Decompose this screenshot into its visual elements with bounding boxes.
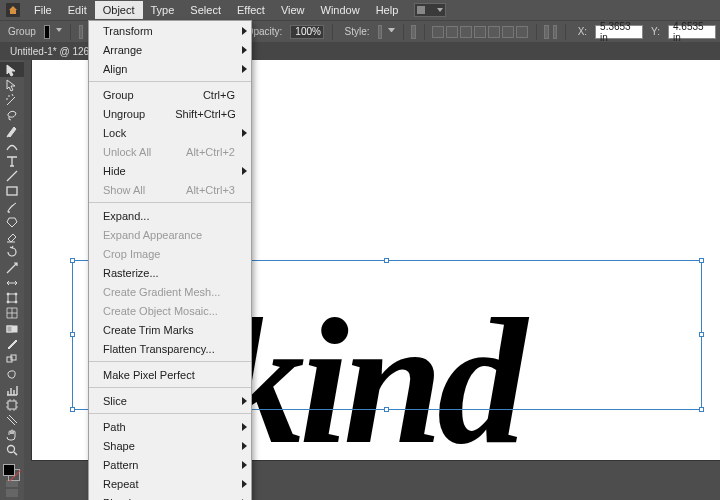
menu-item-ungroup[interactable]: UngroupShift+Ctrl+G	[89, 104, 251, 123]
menu-item-unlock-all: Unlock AllAlt+Ctrl+2	[89, 142, 251, 161]
menu-item-transform[interactable]: Transform	[89, 21, 251, 40]
submenu-arrow-icon	[242, 480, 247, 488]
opacity-field[interactable]: 100%	[290, 25, 324, 39]
align-bottom-icon[interactable]	[502, 26, 514, 38]
align-right-icon[interactable]	[460, 26, 472, 38]
curve-tool[interactable]	[0, 138, 24, 153]
x-field[interactable]: 5.3653 in	[595, 25, 643, 39]
menu-item-path[interactable]: Path	[89, 417, 251, 436]
scale-tool[interactable]	[0, 260, 24, 275]
hand-tool[interactable]	[0, 428, 24, 443]
slice-tool[interactable]	[0, 412, 24, 427]
object-menu-dropdown: TransformArrangeAlignGroupCtrl+GUngroupS…	[88, 20, 252, 500]
menu-item-create-object-mosaic-: Create Object Mosaic...	[89, 301, 251, 320]
align-buttons	[432, 26, 528, 38]
selection-tool[interactable]	[0, 62, 24, 77]
menu-item-create-trim-marks[interactable]: Create Trim Marks	[89, 320, 251, 339]
toolbox	[0, 60, 24, 500]
menu-item-group[interactable]: GroupCtrl+G	[89, 85, 251, 104]
brush-tool[interactable]	[0, 199, 24, 214]
menu-item-slice[interactable]: Slice	[89, 391, 251, 410]
style-dropdown-icon[interactable]	[388, 28, 394, 36]
svg-rect-7	[7, 326, 12, 332]
symbol-tool[interactable]	[0, 367, 24, 382]
menu-separator	[89, 361, 251, 362]
menu-object[interactable]: Object	[95, 1, 143, 19]
eyedrop-tool[interactable]	[0, 336, 24, 351]
menu-item-hide[interactable]: Hide	[89, 161, 251, 180]
svg-point-4	[7, 301, 9, 303]
blend-tool[interactable]	[0, 351, 24, 366]
gradient-tool[interactable]	[0, 321, 24, 336]
distribute-icon[interactable]	[516, 26, 528, 38]
menu-separator	[89, 81, 251, 82]
width-tool[interactable]	[0, 275, 24, 290]
freexform-tool[interactable]	[0, 291, 24, 306]
wand-tool[interactable]	[0, 92, 24, 107]
menu-item-blend[interactable]: Blend	[89, 493, 251, 500]
zoom-tool[interactable]	[0, 443, 24, 458]
line-tool[interactable]	[0, 169, 24, 184]
menu-help[interactable]: Help	[368, 1, 407, 19]
menu-item-expand-[interactable]: Expand...	[89, 206, 251, 225]
rotate-tool[interactable]	[0, 245, 24, 260]
menu-item-align[interactable]: Align	[89, 59, 251, 78]
submenu-arrow-icon	[242, 46, 247, 54]
svg-rect-1	[8, 294, 16, 302]
menu-item-arrange[interactable]: Arrange	[89, 40, 251, 59]
align-vcenter-icon[interactable]	[488, 26, 500, 38]
style-swatch[interactable]	[378, 25, 383, 39]
artboard-tool[interactable]	[0, 397, 24, 412]
fill-stroke-swatch[interactable]	[0, 462, 24, 479]
svg-point-3	[15, 293, 17, 295]
graph-tool[interactable]	[0, 382, 24, 397]
menu-effect[interactable]: Effect	[229, 1, 273, 19]
screen-mode-icon[interactable]	[6, 489, 18, 497]
pen-tool[interactable]	[0, 123, 24, 138]
menu-file[interactable]: File	[26, 1, 60, 19]
eraser-tool[interactable]	[0, 230, 24, 245]
mesh-tool[interactable]	[0, 306, 24, 321]
menu-item-crop-image: Crop Image	[89, 244, 251, 263]
menu-view[interactable]: View	[273, 1, 313, 19]
x-label: X:	[574, 26, 591, 37]
shaper-tool[interactable]	[0, 214, 24, 229]
type-tool[interactable]	[0, 153, 24, 168]
menu-type[interactable]: Type	[143, 1, 183, 19]
menu-item-lock[interactable]: Lock	[89, 123, 251, 142]
workspace-switcher[interactable]	[414, 3, 446, 17]
align-left-icon[interactable]	[432, 26, 444, 38]
transform-icon[interactable]	[544, 25, 549, 39]
lasso-tool[interactable]	[0, 108, 24, 123]
menu-item-create-gradient-mesh-: Create Gradient Mesh...	[89, 282, 251, 301]
y-field[interactable]: 4.6535 in	[668, 25, 716, 39]
align-hcenter-icon[interactable]	[446, 26, 458, 38]
rect-tool[interactable]	[0, 184, 24, 199]
submenu-arrow-icon	[242, 129, 247, 137]
menu-item-repeat[interactable]: Repeat	[89, 474, 251, 493]
svg-point-5	[15, 301, 17, 303]
app-home-icon[interactable]	[6, 3, 20, 17]
fill-dropdown-icon[interactable]	[56, 28, 62, 36]
menu-item-flatten-transparency-[interactable]: Flatten Transparency...	[89, 339, 251, 358]
svg-rect-0	[7, 187, 17, 195]
y-label: Y:	[647, 26, 664, 37]
menu-item-make-pixel-perfect[interactable]: Make Pixel Perfect	[89, 365, 251, 384]
svg-point-2	[7, 293, 9, 295]
submenu-arrow-icon	[242, 461, 247, 469]
menu-item-rasterize-[interactable]: Rasterize...	[89, 263, 251, 282]
menu-separator	[89, 387, 251, 388]
align-top-icon[interactable]	[474, 26, 486, 38]
menu-item-shape[interactable]: Shape	[89, 436, 251, 455]
menu-item-pattern[interactable]: Pattern	[89, 455, 251, 474]
isolate-icon[interactable]	[553, 25, 558, 39]
submenu-arrow-icon	[242, 423, 247, 431]
recolor-icon[interactable]	[411, 25, 416, 39]
menu-window[interactable]: Window	[313, 1, 368, 19]
menu-select[interactable]: Select	[182, 1, 229, 19]
direct-select-tool[interactable]	[0, 77, 24, 92]
submenu-arrow-icon	[242, 167, 247, 175]
stroke-widget[interactable]	[79, 25, 84, 39]
fill-swatch[interactable]	[44, 25, 50, 39]
menu-edit[interactable]: Edit	[60, 1, 95, 19]
